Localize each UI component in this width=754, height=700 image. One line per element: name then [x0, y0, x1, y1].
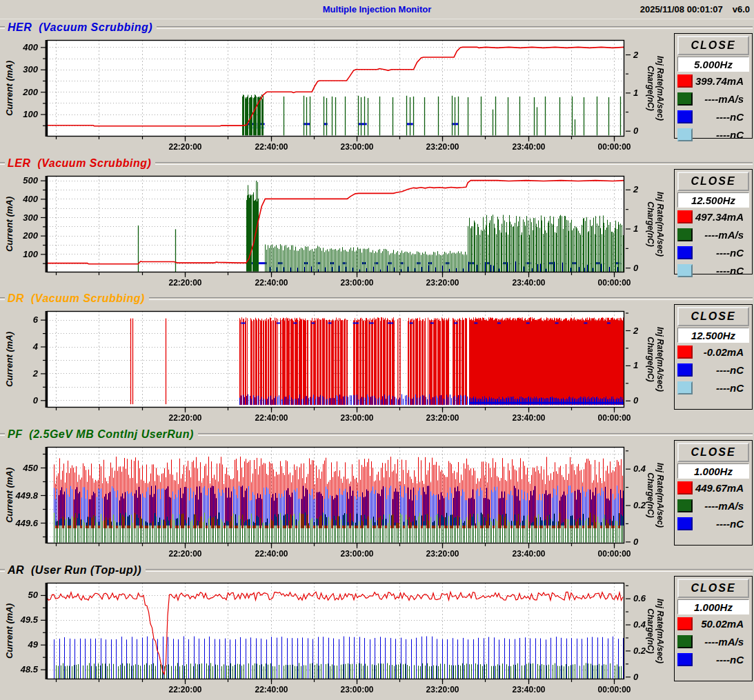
- charge-value: ----nC: [693, 111, 749, 123]
- ler-chart-canvas: [0, 170, 669, 289]
- panel-ler: LER (Vacuum Scrubbing) Current (mA) Inj …: [0, 155, 754, 290]
- ar-legend-panel: CLOSE 1.000Hz 50.02mA ----mA/s ----nC: [674, 576, 753, 681]
- dr-legend-panel: CLOSE 12.500Hz -0.02mA ----nC ----nC: [674, 304, 753, 410]
- legend-row: ----mA/s: [677, 90, 749, 108]
- charge2-value: ----nC: [693, 129, 749, 141]
- charge-axis-label: Charge(nC): [646, 43, 655, 134]
- current-color-swatch: [677, 617, 693, 630]
- dr-chart-canvas: [0, 306, 669, 424]
- legend-row: ----nC: [677, 515, 749, 532]
- charge-axis-label: Charge(nC): [646, 586, 655, 677]
- ar-chart-canvas: [0, 577, 669, 696]
- datetime-text: 2025/11/08 00:01:07: [640, 4, 723, 14]
- legend-row: ----nC: [677, 262, 749, 279]
- legend-row: ----nC: [677, 244, 749, 261]
- her-legend-panel: CLOSE 5.000Hz 399.74mA ----mA/s ----nC -…: [674, 33, 753, 139]
- charge-axis-label: Charge(nC): [646, 179, 655, 270]
- inj-rate-color-swatch: [677, 635, 693, 648]
- legend-row: 449.67mA: [677, 479, 749, 497]
- inj-rate-color-swatch: [677, 228, 693, 241]
- current-color-swatch: [677, 210, 693, 223]
- panel-dr: DR (Vacuum Scrubbing) Current (mA) Inj R…: [0, 290, 754, 426]
- legend-row: ----nC: [677, 379, 749, 397]
- frequency-field[interactable]: 12.500Hz: [677, 192, 749, 208]
- charge2-value: ----nC: [693, 382, 749, 394]
- charge-color-swatch: [677, 110, 693, 123]
- inj-rate-value: ----mA/s: [693, 93, 749, 105]
- inj-rate-axis-label: Inj Rate(mA/sec): [655, 179, 665, 270]
- frequency-field[interactable]: 12.500Hz: [677, 328, 749, 343]
- multiple-injection-monitor-app: { "header": {"title": "Multiple Injectio…: [0, 0, 754, 700]
- charge-value: ----nC: [693, 364, 749, 376]
- charge2-color-swatch: [677, 264, 693, 277]
- inj-rate-axis-label: Inj Rate(mA/sec): [655, 586, 665, 677]
- right-axis-title: Inj Rate(mA/sec)Charge(nC): [646, 314, 665, 405]
- frequency-field[interactable]: 1.000Hz: [677, 463, 749, 479]
- legend-row: ----nC: [677, 108, 749, 126]
- right-axis-title: Inj Rate(mA/sec)Charge(nC): [646, 179, 665, 270]
- current-value: 399.74mA: [693, 75, 749, 87]
- legend-row: ----nC: [677, 651, 749, 668]
- app-header: Multiple Injection Monitor 2025/11/08 00…: [0, 0, 754, 19]
- panel-ar: AR (User Run (Top-up)) Current (mA) Inj …: [0, 562, 754, 700]
- charge2-color-swatch: [677, 381, 693, 394]
- panel-pf: PF (2.5GeV MB ContInj UserRun) Current (…: [0, 426, 754, 562]
- right-axis-title: Inj Rate(mA/sec)Charge(nC): [646, 450, 665, 541]
- close-button[interactable]: CLOSE: [677, 172, 749, 191]
- inj-rate-color-swatch: [677, 92, 693, 106]
- charge-color-swatch: [677, 363, 693, 377]
- charge-axis-label: Charge(nC): [646, 314, 655, 405]
- panel-title-ler: LER (Vacuum Scrubbing): [8, 157, 151, 170]
- panel-title-her: HER (Vacuum Scrubbing): [8, 21, 152, 34]
- pf-legend-panel: CLOSE 1.000Hz 449.67mA ----mA/s ----nC: [674, 440, 753, 546]
- legend-row: -0.02mA: [677, 343, 749, 361]
- right-axis-title: Inj Rate(mA/sec)Charge(nC): [646, 586, 665, 677]
- legend-row: ----mA/s: [677, 497, 749, 514]
- close-button[interactable]: CLOSE: [677, 36, 749, 55]
- current-value: 449.67mA: [693, 482, 749, 494]
- legend-row: ----mA/s: [677, 226, 749, 243]
- panel-title-dr: DR (Vacuum Scrubbing): [8, 292, 145, 305]
- close-button[interactable]: CLOSE: [677, 307, 749, 326]
- current-color-swatch: [677, 74, 693, 88]
- inj-rate-axis-label: Inj Rate(mA/sec): [655, 450, 665, 541]
- close-button[interactable]: CLOSE: [677, 443, 749, 462]
- current-color-swatch: [677, 346, 693, 359]
- ler-legend-panel: CLOSE 12.500Hz 497.34mA ----mA/s ----nC …: [674, 169, 753, 274]
- charge-color-swatch: [677, 653, 693, 666]
- charge-color-swatch: [677, 246, 693, 259]
- frequency-field[interactable]: 5.000Hz: [677, 57, 749, 72]
- pf-chart-canvas: [0, 441, 669, 560]
- legend-row: ----nC: [677, 361, 749, 379]
- charge-value: ----nC: [693, 654, 749, 666]
- panel-groupbox-her: HER (Vacuum Scrubbing): [0, 21, 753, 34]
- current-value: -0.02mA: [693, 346, 749, 358]
- inj-rate-color-swatch: [677, 499, 693, 512]
- panel-title-ar: AR (User Run (Top-up)): [8, 564, 141, 577]
- charge2-color-swatch: [677, 128, 693, 141]
- inj-rate-value: ----mA/s: [693, 229, 749, 241]
- panel-groupbox-pf: PF (2.5GeV MB ContInj UserRun): [0, 428, 753, 441]
- legend-row: ----mA/s: [677, 633, 749, 650]
- panel-groupbox-ar: AR (User Run (Top-up)): [0, 563, 753, 577]
- inj-rate-axis-label: Inj Rate(mA/sec): [655, 43, 665, 134]
- charge-value: ----nC: [693, 247, 749, 259]
- version-text: v6.0: [733, 4, 750, 14]
- panel-her: HER (Vacuum Scrubbing) Current (mA) Inj …: [0, 19, 754, 155]
- legend-row: 50.02mA: [677, 615, 749, 632]
- panel-groupbox-dr: DR (Vacuum Scrubbing): [0, 292, 753, 306]
- right-axis-title: Inj Rate(mA/sec)Charge(nC): [646, 43, 665, 134]
- current-value: 50.02mA: [693, 618, 749, 630]
- close-button[interactable]: CLOSE: [677, 579, 749, 598]
- frequency-field[interactable]: 1.000Hz: [677, 599, 749, 614]
- charge-axis-label: Charge(nC): [646, 450, 655, 541]
- charge-color-swatch: [677, 517, 693, 530]
- current-color-swatch: [677, 481, 693, 494]
- charge-value: ----nC: [693, 518, 749, 530]
- legend-row: 399.74mA: [677, 72, 749, 90]
- inj-rate-value: ----mA/s: [693, 636, 749, 648]
- her-chart-canvas: [0, 34, 669, 153]
- panel-groupbox-ler: LER (Vacuum Scrubbing): [0, 157, 753, 170]
- panel-title-pf: PF (2.5GeV MB ContInj UserRun): [8, 428, 194, 441]
- charge2-value: ----nC: [693, 265, 749, 277]
